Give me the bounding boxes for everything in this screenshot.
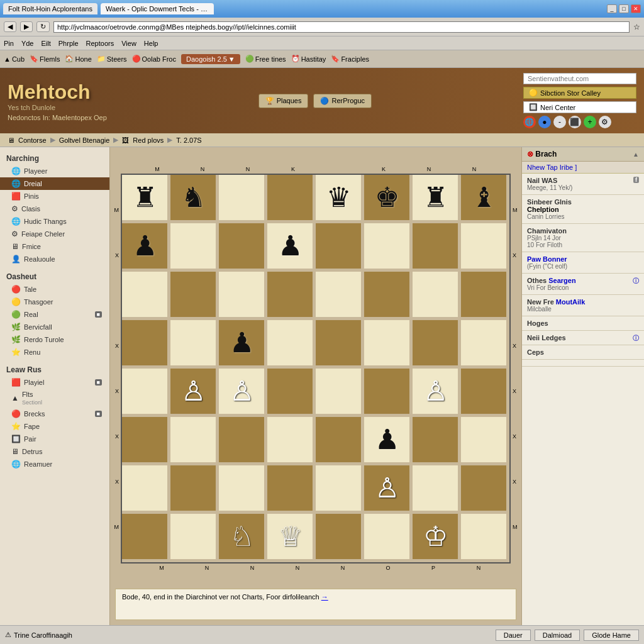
menu-reptoors[interactable]: Reptoors	[86, 40, 114, 47]
chess-cell-7-1[interactable]	[170, 514, 216, 559]
breadcrumb-item-4[interactable]: T. 2.07S	[176, 136, 201, 144]
bookmark-hone[interactable]: 🏠 Hone	[65, 55, 91, 63]
chess-cell-7-0[interactable]	[122, 514, 167, 559]
sidebar-item-clasis[interactable]: ⚙ Clasis	[0, 203, 109, 215]
chess-cell-3-5[interactable]	[364, 320, 409, 365]
sidebar-item-fape[interactable]: ⭐ Fape	[0, 420, 109, 433]
chess-cell-3-1[interactable]	[170, 320, 216, 365]
chess-cell-1-4[interactable]	[316, 223, 361, 269]
sidebar-item-brecks[interactable]: 🔴 Brecks ■	[0, 408, 109, 420]
maximize-button[interactable]: □	[619, 4, 629, 13]
chess-cell-0-6[interactable]: ♜	[413, 175, 458, 220]
chess-cell-2-0[interactable]	[122, 272, 167, 317]
chess-cell-4-1[interactable]: ♙	[170, 369, 216, 414]
chess-cell-7-3[interactable]: ♕	[267, 514, 313, 559]
sidebar-item-playeer[interactable]: 🌐 Playeer	[0, 165, 109, 177]
chess-cell-3-6[interactable]	[413, 320, 458, 365]
board-status-link[interactable]: →	[321, 593, 328, 601]
hoges-info-icon[interactable]: ⓘ	[633, 334, 639, 343]
menu-phrple[interactable]: Phrple	[58, 40, 79, 47]
sidebar-item-rerdo[interactable]: 🌿 Rerdo Turole	[0, 333, 109, 346]
section-tab[interactable]: Nhew Tap Iribe ]	[522, 162, 644, 174]
header-search[interactable]	[523, 73, 636, 84]
chess-cell-3-2[interactable]: ♟	[219, 320, 264, 365]
chess-cell-7-7[interactable]	[461, 514, 506, 559]
chess-cell-1-5[interactable]	[364, 223, 409, 269]
chess-cell-6-6[interactable]	[413, 465, 458, 511]
sidebar-item-renu[interactable]: ⭐ Renu	[0, 346, 109, 358]
menu-help[interactable]: Help	[144, 40, 158, 47]
back-button[interactable]: ◀	[4, 21, 16, 32]
menu-eilt[interactable]: Eilt	[41, 40, 50, 47]
sidebar-item-hudic[interactable]: 🌐 Hudic Thangs	[0, 215, 109, 228]
bookmark-flemls[interactable]: 🔖 Flemls	[30, 55, 60, 63]
chess-cell-2-7[interactable]	[461, 272, 506, 317]
sidebar-item-flts[interactable]: ▲ FltsSectionl	[0, 389, 109, 408]
chess-cell-2-5[interactable]	[364, 272, 409, 317]
othes-seargen-link[interactable]: Seargen	[548, 277, 575, 284]
chess-cell-0-0[interactable]: ♜	[122, 175, 167, 220]
icon-blue[interactable]: ●	[538, 116, 551, 128]
chess-cell-7-6[interactable]: ♔	[413, 514, 458, 559]
chess-cell-1-0[interactable]: ♟	[122, 223, 167, 269]
sidebar-item-real[interactable]: 🟢 Real ■	[0, 308, 109, 321]
sidebar-item-playiel[interactable]: 🟥 Playiel ■	[0, 376, 109, 389]
rerproguc-button[interactable]: 🔵 RerProguc	[313, 94, 372, 108]
menu-view[interactable]: View	[121, 40, 136, 47]
chess-cell-1-2[interactable]	[219, 223, 264, 269]
sidebar-item-realuoule[interactable]: 👤 Realuoule	[0, 253, 109, 265]
chess-cell-7-2[interactable]: ♘	[219, 514, 264, 559]
chess-cell-5-6[interactable]	[413, 417, 458, 462]
sidebar-item-bervicfall[interactable]: 🌿 Bervicfall	[0, 321, 109, 333]
refresh-button[interactable]: ↻	[36, 21, 50, 32]
sidebar-item-thasgoer[interactable]: 🟡 Thasgoer	[0, 296, 109, 308]
icon-red[interactable]: 🌐	[523, 116, 536, 128]
chess-cell-7-4[interactable]	[316, 514, 361, 559]
icon-gray1[interactable]: -	[553, 116, 566, 128]
minimize-button[interactable]: _	[607, 4, 617, 13]
chess-cell-1-6[interactable]	[413, 223, 458, 269]
chess-cell-0-1[interactable]: ♞	[170, 175, 216, 220]
chess-cell-4-3[interactable]	[267, 369, 313, 414]
sidebar-item-dreial[interactable]: 🌐 Dreial	[0, 177, 109, 190]
bookmark-hastitay[interactable]: ⏰ Hastitay	[291, 55, 326, 63]
chess-cell-6-4[interactable]	[316, 465, 361, 511]
chess-cell-6-0[interactable]	[122, 465, 167, 511]
scroll-up-button[interactable]: ▲	[633, 151, 639, 158]
chess-cell-3-3[interactable]	[267, 320, 313, 365]
icon-settings[interactable]: ⚙	[599, 116, 611, 128]
sidebar-item-detrus[interactable]: 🖥 Detrus	[0, 445, 109, 458]
chess-cell-6-7[interactable]	[461, 465, 506, 511]
close-button[interactable]: ✕	[631, 4, 641, 13]
bookmark-daogoish[interactable]: Daogoish 2.5 ▼	[181, 54, 240, 64]
chess-cell-5-7[interactable]	[461, 417, 506, 462]
star-icon[interactable]: ☆	[633, 23, 640, 31]
bookmark-steers[interactable]: 📁 Steers	[97, 55, 127, 63]
chess-cell-3-4[interactable]	[316, 320, 361, 365]
bookmark-free[interactable]: 🟢 Free tines	[245, 55, 286, 63]
chess-cell-3-7[interactable]	[461, 320, 506, 365]
chess-cell-4-2[interactable]: ♙	[219, 369, 264, 414]
forward-button[interactable]: ▶	[20, 21, 33, 32]
chess-cell-2-6[interactable]	[413, 272, 458, 317]
plaques-button[interactable]: 🏆 Plaques	[258, 94, 309, 108]
chess-cell-6-2[interactable]	[219, 465, 264, 511]
othes-info-icon[interactable]: ⓘ	[633, 277, 639, 286]
bookmark-fraciples[interactable]: 🔖 Fraciples	[331, 55, 369, 63]
dalmioad-button[interactable]: Dalmioad	[535, 630, 580, 641]
chess-cell-0-5[interactable]: ♚	[364, 175, 409, 220]
glode-hame-button[interactable]: Glode Hame	[584, 630, 639, 641]
chess-cell-2-3[interactable]	[267, 272, 313, 317]
chess-cell-6-1[interactable]	[170, 465, 216, 511]
chess-cell-4-7[interactable]	[461, 369, 506, 414]
moutailk-link[interactable]: MoutAilk	[556, 298, 585, 306]
chess-cell-1-3[interactable]: ♟	[267, 223, 313, 269]
sidebar-item-tale[interactable]: 🔴 Tale	[0, 283, 109, 296]
chess-cell-2-1[interactable]	[170, 272, 216, 317]
chess-cell-4-4[interactable]	[316, 369, 361, 414]
chess-cell-5-3[interactable]	[267, 417, 313, 462]
chess-cell-0-3[interactable]	[267, 175, 313, 220]
sidebar-item-feiape[interactable]: ⚙ Feiape Cheler	[0, 228, 109, 240]
chess-cell-4-0[interactable]	[122, 369, 167, 414]
address-input[interactable]	[53, 21, 630, 33]
